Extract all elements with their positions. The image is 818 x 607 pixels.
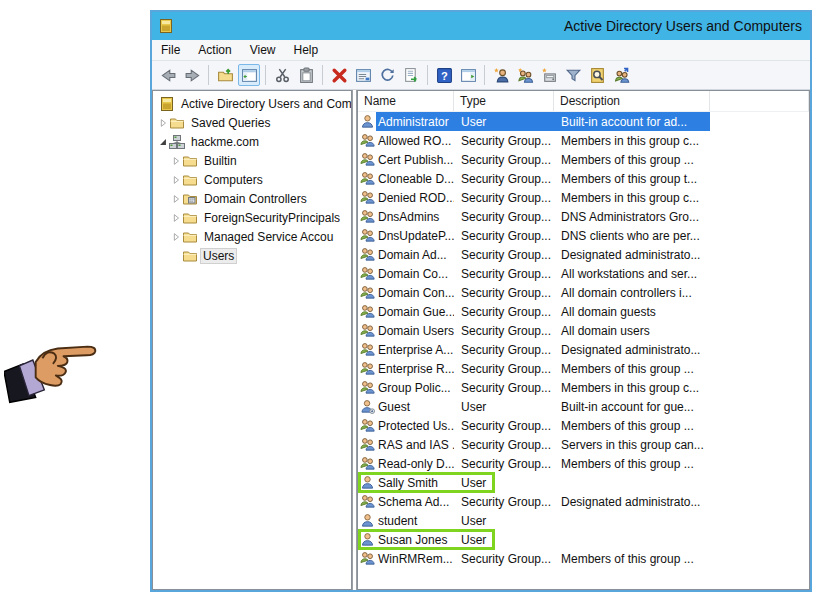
row-type: User	[454, 112, 554, 131]
list-row-read-only-d[interactable]: Read-only D...Security Group...Members o…	[358, 454, 809, 473]
row-icon-cell	[358, 321, 376, 340]
list-row-cert-publish[interactable]: Cert Publish...Security Group...Members …	[358, 150, 809, 169]
menu-action[interactable]: Action	[189, 43, 240, 57]
list-row-dnsadmins[interactable]: DnsAdminsSecurity Group...DNS Administra…	[358, 207, 809, 226]
row-type: Security Group...	[454, 416, 554, 435]
new-user-button[interactable]	[490, 64, 512, 86]
list-row-winrmrem[interactable]: WinRMRem...Security Group...Members of t…	[358, 549, 809, 568]
column-header-type[interactable]: Type	[454, 91, 554, 111]
list-row-domain-gue[interactable]: Domain Gue...Security Group...All domain…	[358, 302, 809, 321]
refresh-button[interactable]	[376, 64, 398, 86]
list-row-sally-smith[interactable]: Sally SmithUser	[358, 473, 809, 492]
row-filler	[710, 473, 809, 492]
list-row-allowed-ro[interactable]: Allowed RO...Security Group...Members in…	[358, 131, 809, 150]
group-icon	[360, 285, 375, 300]
console-icon	[158, 18, 174, 34]
row-icon-cell	[358, 264, 376, 283]
expander-expanded-icon[interactable]	[156, 137, 169, 147]
list-row-administrator[interactable]: AdministratorUserBuilt-in account for ad…	[358, 112, 809, 131]
group-icon	[360, 190, 375, 205]
group-icon	[360, 228, 375, 243]
list-row-domain-co[interactable]: Domain Co...Security Group...All worksta…	[358, 264, 809, 283]
list-row-domain-users[interactable]: Domain UsersSecurity Group...All domain …	[358, 321, 809, 340]
menu-help[interactable]: Help	[285, 43, 328, 57]
group-icon	[360, 494, 375, 509]
tree-item-active-directory-users-and-com[interactable]: Active Directory Users and Com	[153, 94, 351, 113]
row-icon-cell	[358, 112, 376, 131]
show-action-pane-button[interactable]	[457, 64, 479, 86]
filter-button[interactable]	[562, 64, 584, 86]
list-row-schema-ad[interactable]: Schema Ad...Security Group...Designated …	[358, 492, 809, 511]
help-button[interactable]: ?	[433, 64, 455, 86]
list-row-enterprise-a[interactable]: Enterprise A...Security Group...Designat…	[358, 340, 809, 359]
list-row-student[interactable]: studentUser	[358, 511, 809, 530]
menu-file[interactable]: File	[152, 43, 189, 57]
expander-collapsed-icon[interactable]	[169, 232, 182, 242]
add-to-group-button[interactable]	[610, 64, 632, 86]
tree-item-users[interactable]: Users	[153, 246, 351, 265]
list-row-ras-and-ias[interactable]: RAS and IAS ...Security Group...Servers …	[358, 435, 809, 454]
list-row-enterprise-r[interactable]: Enterprise R...Security Group...Members …	[358, 359, 809, 378]
row-name: Domain Ad...	[376, 245, 454, 264]
column-header-description[interactable]: Description	[554, 91, 710, 111]
up-one-level-button[interactable]	[214, 64, 236, 86]
row-type: User	[454, 397, 554, 416]
row-filler	[710, 435, 809, 454]
new-ou-button[interactable]	[538, 64, 560, 86]
expander-collapsed-icon[interactable]	[169, 156, 182, 166]
row-description	[554, 530, 710, 549]
tree-item-label: Saved Queries	[189, 116, 272, 130]
row-filler	[710, 378, 809, 397]
paste-button[interactable]	[295, 64, 317, 86]
row-name: Guest	[376, 397, 454, 416]
tree-item-domain-controllers[interactable]: Domain Controllers	[153, 189, 351, 208]
group-icon	[360, 437, 375, 452]
row-type: Security Group...	[454, 435, 554, 454]
folder-icon	[182, 153, 198, 169]
ou-icon	[182, 191, 198, 207]
list-row-susan-jones[interactable]: Susan JonesUser	[358, 530, 809, 549]
tree-item-managed-service-accou[interactable]: Managed Service Accou	[153, 227, 351, 246]
list-row-protected-us[interactable]: Protected Us...Security Group...Members …	[358, 416, 809, 435]
expander-collapsed-icon[interactable]	[156, 118, 169, 128]
list-row-guest[interactable]: GuestUserBuilt-in account for gue...	[358, 397, 809, 416]
folder-icon	[182, 172, 198, 188]
new-group-button[interactable]	[514, 64, 536, 86]
tree-item-saved-queries[interactable]: Saved Queries	[153, 113, 351, 132]
tree-item-hackme-com[interactable]: hackme.com	[153, 132, 351, 151]
list-row-cloneable-d[interactable]: Cloneable D...Security Group...Members o…	[358, 169, 809, 188]
tree-item-foreignsecurityprincipals[interactable]: ForeignSecurityPrincipals	[153, 208, 351, 227]
list-row-denied-rod[interactable]: Denied ROD...Security Group...Members in…	[358, 188, 809, 207]
row-type: Security Group...	[454, 302, 554, 321]
back-button[interactable]	[157, 64, 179, 86]
title-bar[interactable]: Active Directory Users and Computers	[152, 12, 810, 40]
tree-item-builtin[interactable]: Builtin	[153, 151, 351, 170]
expander-collapsed-icon[interactable]	[169, 213, 182, 223]
column-header-name[interactable]: Name	[358, 91, 454, 111]
find-button[interactable]	[586, 64, 608, 86]
menu-view[interactable]: View	[241, 43, 285, 57]
tree-item-computers[interactable]: Computers	[153, 170, 351, 189]
list-body: AdministratorUserBuilt-in account for ad…	[358, 112, 809, 568]
delete-button[interactable]	[328, 64, 350, 86]
properties-button[interactable]	[352, 64, 374, 86]
forward-button[interactable]	[181, 64, 203, 86]
console-tree-pane: Active Directory Users and ComSaved Quer…	[152, 90, 352, 590]
row-description: Members in this group c...	[554, 378, 710, 397]
show-console-tree-button[interactable]	[238, 64, 260, 86]
row-filler	[710, 397, 809, 416]
list-row-dnsupdatep[interactable]: DnsUpdateP...Security Group...DNS client…	[358, 226, 809, 245]
export-list-button[interactable]	[400, 64, 422, 86]
row-filler	[710, 340, 809, 359]
new-user-icon	[493, 67, 510, 84]
expander-collapsed-icon[interactable]	[169, 175, 182, 185]
list-row-domain-ad[interactable]: Domain Ad...Security Group...Designated …	[358, 245, 809, 264]
row-icon-cell	[358, 530, 376, 549]
export-list-icon	[403, 67, 420, 84]
row-type: Security Group...	[454, 359, 554, 378]
cut-button[interactable]	[271, 64, 293, 86]
console-icon	[159, 96, 175, 112]
expander-collapsed-icon[interactable]	[169, 194, 182, 204]
list-row-group-polic[interactable]: Group Polic...Security Group...Members i…	[358, 378, 809, 397]
list-row-domain-con[interactable]: Domain Con...Security Group...All domain…	[358, 283, 809, 302]
